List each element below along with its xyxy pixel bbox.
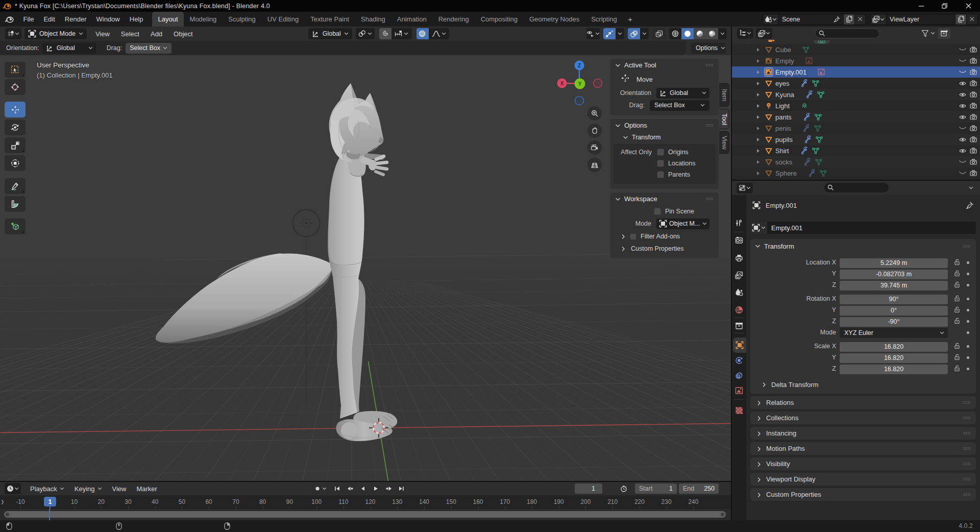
outliner-row-pants[interactable]: pants	[732, 111, 980, 123]
blender-menu-button[interactable]	[0, 15, 18, 23]
workspace-tab-uv-editing[interactable]: UV Editing	[261, 12, 304, 27]
prev-frame-button[interactable]	[357, 483, 369, 494]
camera-visibility-icon[interactable]	[970, 136, 977, 143]
properties-tab-world[interactable]	[732, 302, 746, 318]
eye-open-icon[interactable]	[959, 103, 966, 109]
delta-transform-panel-header[interactable]: Delta Transform	[750, 378, 976, 391]
object-id-browse-button[interactable]	[750, 222, 767, 234]
timeline-menu-view[interactable]: View	[107, 485, 132, 493]
sidebar-custom-properties-row[interactable]: Custom Properties	[610, 243, 719, 254]
pan-button[interactable]	[587, 124, 602, 138]
panel-grip-handle[interactable]	[963, 447, 971, 450]
object-name[interactable]: Empty.001	[775, 68, 806, 76]
perspective-toggle-button[interactable]	[587, 158, 602, 172]
object-name[interactable]: Shirt	[775, 147, 789, 155]
scrollbar-left-handle[interactable]	[6, 513, 9, 516]
timeline-menu-keying[interactable]: Keying	[69, 485, 107, 493]
properties-search-input[interactable]	[824, 183, 889, 192]
outliner-row-socks[interactable]: socks	[732, 156, 980, 167]
camera-visibility-icon[interactable]	[970, 102, 977, 109]
workspace-tab-rendering[interactable]: Rendering	[432, 12, 475, 27]
object-name[interactable]: pants	[775, 113, 792, 121]
lock-icon[interactable]	[954, 354, 961, 360]
mesh-object-icon[interactable]	[764, 157, 773, 166]
viewlayer-name-field[interactable]: ViewLayer	[886, 14, 955, 25]
topbar-menu-help[interactable]: Help	[125, 12, 148, 27]
transform-value-field[interactable]: 16.820	[840, 365, 948, 374]
shading-solid-button[interactable]	[681, 28, 694, 39]
animate-dot[interactable]	[967, 320, 969, 323]
maximize-button[interactable]	[933, 0, 957, 12]
properties-tab-collection[interactable]	[732, 318, 746, 333]
mesh-object-icon[interactable]	[764, 135, 773, 144]
eye-open-icon[interactable]	[959, 81, 966, 86]
animate-dot[interactable]	[967, 298, 969, 300]
prev-keyframe-button[interactable]	[344, 483, 356, 494]
object-name[interactable]: Light	[775, 102, 790, 110]
checkbox-pin-scene[interactable]	[654, 208, 661, 215]
panel-visibility[interactable]: Visibility	[750, 457, 976, 470]
animate-dot[interactable]	[967, 331, 969, 334]
object-name-field[interactable]: Empty.001	[767, 222, 976, 234]
frame-start-field[interactable]: Start 1	[635, 483, 677, 494]
outliner-row-kyuna[interactable]: Kyuna	[732, 89, 980, 100]
object-name[interactable]: Kyuna	[775, 91, 794, 99]
eye-closed-icon[interactable]	[959, 159, 966, 165]
timeline-ruler[interactable]: -101020304050607080901001101201301401501…	[0, 495, 731, 509]
expand-icon[interactable]	[756, 70, 760, 75]
panel-grip-handle[interactable]	[705, 197, 714, 201]
viewport-menu-add[interactable]: Add	[145, 30, 168, 38]
shading-settings-dropdown[interactable]	[718, 28, 727, 39]
eye-closed-icon[interactable]	[959, 69, 966, 75]
workspace-tab-sculpting[interactable]: Sculpting	[223, 12, 261, 27]
shading-wireframe-button[interactable]	[669, 28, 681, 39]
animate-dot[interactable]	[967, 261, 969, 264]
eye-open-icon[interactable]	[959, 148, 966, 154]
properties-tab-tool[interactable]	[732, 215, 746, 231]
scene-name-field[interactable]: Scene	[778, 14, 844, 25]
workspace-tab-texture-paint[interactable]: Texture Paint	[305, 12, 355, 27]
outliner-row-light[interactable]: Light	[732, 100, 980, 111]
sidebar-tab-item[interactable]: Item	[719, 83, 729, 107]
animate-dot[interactable]	[967, 309, 969, 311]
camera-visibility-icon[interactable]	[970, 158, 977, 165]
sidebar-tab-view[interactable]: View	[719, 131, 729, 154]
panel-collections[interactable]: Collections	[750, 412, 976, 424]
options-panel-header[interactable]: Options	[610, 119, 719, 132]
options-dropdown[interactable]: Options	[691, 42, 726, 54]
scene-browse-button[interactable]	[763, 14, 778, 25]
mesh-object-icon[interactable]	[764, 124, 773, 133]
tool-move-button[interactable]	[5, 102, 26, 117]
expand-icon[interactable]	[756, 126, 760, 131]
gizmo-settings-dropdown[interactable]	[616, 28, 624, 39]
expand-icon[interactable]	[756, 92, 760, 97]
panel-grip-handle[interactable]	[963, 401, 971, 404]
expand-icon[interactable]	[756, 160, 760, 164]
viewlayer-browse-button[interactable]	[870, 14, 886, 25]
play-button[interactable]	[370, 483, 382, 494]
mesh-object-icon[interactable]	[764, 146, 773, 155]
animate-dot[interactable]	[967, 284, 969, 286]
3d-viewport[interactable]: Object Mode ViewSelectAddObject Global	[0, 27, 731, 481]
tool-rotate-button[interactable]	[5, 119, 26, 135]
shading-rendered-button[interactable]	[706, 28, 718, 39]
transform-value-field[interactable]: 39.745 m	[840, 281, 948, 291]
scrollbar-right-handle[interactable]	[721, 513, 724, 516]
animate-dot[interactable]	[967, 345, 969, 348]
object-name[interactable]: Cube	[775, 46, 791, 54]
editor-type-button[interactable]	[5, 28, 21, 39]
workspace-tab-modeling[interactable]: Modeling	[184, 12, 223, 27]
expand-icon[interactable]	[756, 47, 760, 52]
lock-icon[interactable]	[954, 318, 961, 324]
close-button[interactable]	[957, 0, 980, 12]
mesh-object-icon[interactable]	[764, 90, 773, 99]
camera-view-button[interactable]	[587, 140, 602, 155]
camera-visibility-icon[interactable]	[970, 125, 977, 132]
zoom-button[interactable]	[587, 106, 602, 120]
outliner-filter-button[interactable]	[921, 30, 935, 37]
checkbox-origins[interactable]	[657, 149, 664, 156]
expand-icon[interactable]	[756, 81, 760, 86]
lock-icon[interactable]	[954, 295, 961, 302]
rotation-mode-dropdown[interactable]: XYZ Euler	[840, 328, 948, 338]
transform-value-field[interactable]: 16.820	[840, 353, 948, 363]
